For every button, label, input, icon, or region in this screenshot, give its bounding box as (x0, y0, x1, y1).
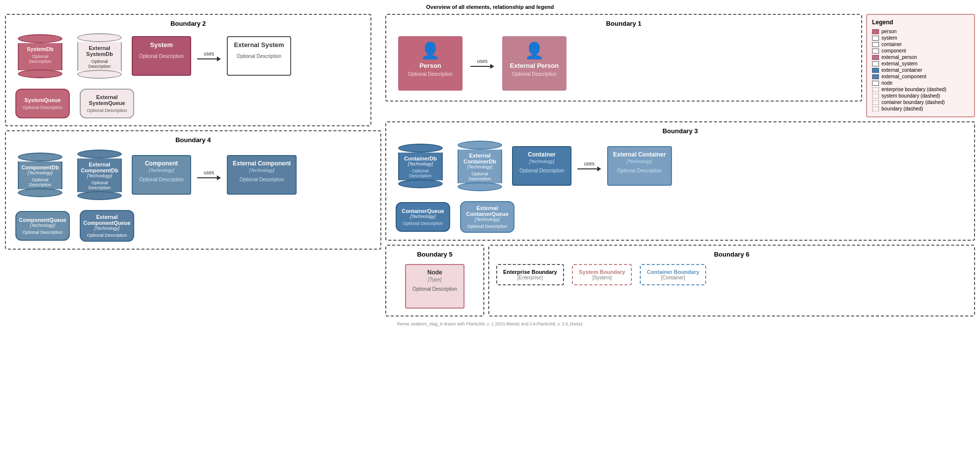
ext-systemdb-top (77, 33, 122, 42)
ext-person-box: 👤 External Person Optional Description (502, 36, 567, 91)
boundary-2-title: Boundary 2 (13, 20, 363, 27)
legend-item-ext-person: external_person (872, 54, 969, 60)
boundary-6-content: Enterprise Boundary [Enterprise] System … (496, 264, 967, 285)
ext-containerqueue-name: External ContainerQueue (465, 205, 510, 217)
legend-item-boundary-dashed: boundary (dashed) (872, 106, 969, 111)
componentqueue-tech: [Technology] (30, 223, 55, 228)
ext-container-box: External Container [Technology] Optional… (607, 146, 672, 186)
legend-label-component: component (881, 48, 906, 53)
legend-label-container: container (881, 42, 902, 47)
legend-item-ext-container: external_container (872, 67, 969, 73)
arrow-label-text-4: uses (204, 170, 214, 175)
legend-item-ext-component: external_component (872, 74, 969, 79)
arrow-shaft-4 (197, 177, 217, 178)
containerqueue-tech: [Technology] (411, 214, 436, 219)
component-desc: Optional Description (139, 177, 184, 182)
legend-swatch-enterprise-dashed (872, 87, 879, 92)
person-name: Person (419, 62, 441, 69)
person-box: 👤 Person Optional Description (398, 36, 463, 91)
arrow-head-b3 (597, 166, 601, 171)
system-name: System (150, 41, 173, 49)
boundary-3-content: ContainerDb [Technology] Optional Descri… (393, 141, 967, 233)
ext-containerdb-bottom (458, 182, 502, 191)
boundary-3-title: Boundary 3 (393, 127, 967, 135)
containerdb: ContainerDb [Technology] Optional Descri… (393, 144, 448, 188)
ext-containerdb-desc: Optional Description (462, 171, 498, 181)
ext-system-box: External System Optional Description (227, 36, 291, 76)
ext-systemqueue-desc: Optional Description (87, 108, 127, 113)
ext-componentdb: External ComponentDb [Technology] Option… (72, 150, 127, 200)
arrow-label-text: uses (204, 51, 214, 56)
legend-swatch-container (872, 42, 879, 47)
right-column: Boundary 1 👤 Person Optional Description… (385, 14, 975, 317)
componentqueue-name: ComponentQueue (19, 217, 66, 223)
system-boundary-name: System Boundary (579, 269, 625, 275)
containerqueue: ContainerQueue [Technology] Optional Des… (393, 202, 453, 232)
systemdb: SystemDb Optional Description (13, 34, 67, 78)
system-desc: Optional Description (139, 53, 184, 59)
ext-componentdb-tech: [Technology] (87, 173, 112, 178)
container-box-name: Container (528, 151, 556, 158)
componentdb-top (18, 153, 62, 161)
boundary-4-title: Boundary 4 (13, 136, 373, 144)
ext-componentdb-body: External ComponentDb [Technology] Option… (77, 158, 122, 192)
legend-label-node: node (881, 80, 892, 86)
enterprise-boundary-sub: Enterprise Boundary [Enterprise] (496, 264, 564, 285)
arrow-uses-b1: uses (470, 58, 494, 69)
legend-label-ext-system: external_system (881, 61, 918, 66)
node-type: [Type] (428, 277, 441, 282)
enterprise-boundary-type: [Enterprise] (503, 275, 557, 280)
componentdb: ComponentDb [Technology] Optional Descri… (13, 153, 67, 197)
arrow-line-4 (197, 175, 221, 180)
containerdb-tech: [Technology] (408, 161, 433, 166)
ext-systemdb-name: External SystemDb (81, 45, 118, 57)
person-desc: Optional Description (408, 71, 453, 77)
legend-swatch-ext-person (872, 55, 879, 60)
legend-item-component: component (872, 48, 969, 53)
legend-swatch-system-dashed (872, 94, 879, 99)
ext-person-desc: Optional Description (512, 71, 557, 77)
ext-component-box: External Component [Technology] Optional… (227, 155, 297, 195)
system-box: System Optional Description (132, 36, 191, 76)
ext-component-desc: Optional Description (240, 177, 284, 182)
ext-component-tech: [Technology] (249, 168, 274, 173)
ext-containerdb-name: External ContainerDb (462, 153, 498, 164)
systemdb-body: SystemDb Optional Description (18, 43, 62, 70)
boundary-5: Boundary 5 Node [Type] Optional Descript… (385, 245, 484, 317)
arrow-label-b3: uses (584, 161, 594, 166)
arrow-shaft-b1 (470, 66, 490, 67)
containerdb-top (398, 144, 443, 153)
person-icon: 👤 (420, 41, 440, 60)
container-box-desc: Optional Description (519, 168, 564, 173)
enterprise-boundary-name: Enterprise Boundary (503, 269, 557, 275)
arrow-uses-4: uses (197, 170, 221, 180)
containerdb-desc: Optional Description (402, 168, 439, 178)
ext-containerqueue-body: External ContainerQueue [Technology] Opt… (460, 201, 515, 233)
legend-label-ext-container: external_container (881, 67, 922, 73)
legend-item-system: system (872, 35, 969, 41)
ext-systemdb: External SystemDb Optional Description (72, 33, 127, 79)
legend-item-node: node (872, 80, 969, 86)
systemdb-bottom (18, 69, 62, 78)
boundary-3-row2: ContainerQueue [Technology] Optional Des… (393, 201, 967, 233)
container-box-tech: [Technology] (529, 159, 555, 164)
componentqueue-body: ComponentQueue [Technology] Optional Des… (15, 211, 70, 241)
containerdb-body: ContainerDb [Technology] Optional Descri… (398, 153, 443, 180)
systemqueue-name: SystemQueue (24, 97, 60, 103)
legend-label-ext-component: external_component (881, 74, 927, 79)
boundary-5-content: Node [Type] Optional Description (393, 264, 476, 309)
legend-label-person: person (881, 29, 897, 34)
container-boundary-sub: Container Boundary [Container] (640, 264, 706, 285)
boundary-2-content: SystemDb Optional Description External S… (13, 33, 363, 118)
ext-componentdb-bottom (77, 191, 122, 200)
arrow-head-b1 (490, 64, 494, 69)
boundary-2-row1: SystemDb Optional Description External S… (13, 33, 363, 79)
ext-systemqueue-name: External SystemQueue (85, 94, 129, 106)
ext-componentdb-name: External ComponentDb (81, 161, 118, 173)
legend-swatch-ext-container (872, 68, 879, 73)
containerqueue-name: ContainerQueue (402, 208, 444, 214)
boundary-6-title: Boundary 6 (496, 251, 967, 258)
right-top: Boundary 1 👤 Person Optional Description… (385, 14, 975, 117)
legend-title: Legend (872, 19, 969, 26)
legend-label-ext-person: external_person (881, 54, 917, 60)
